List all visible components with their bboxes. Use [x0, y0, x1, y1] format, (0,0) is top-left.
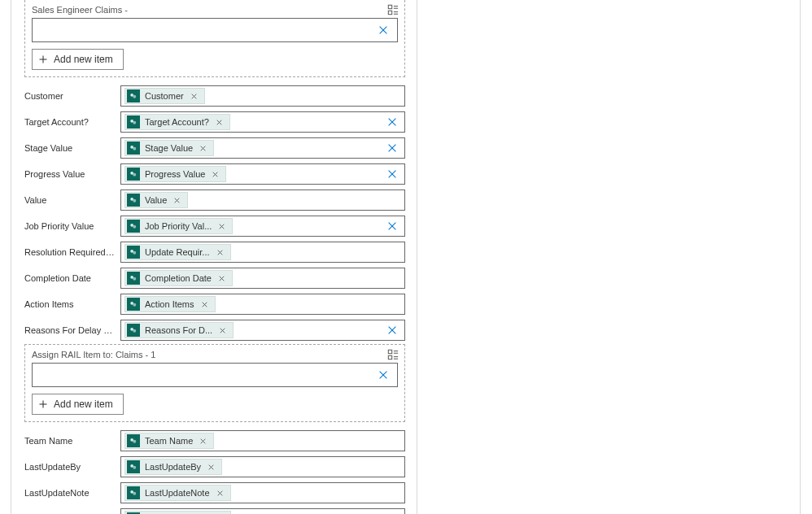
- field-input[interactable]: LastUpdateNote: [120, 482, 405, 503]
- field-row: Team NameTeam Name: [24, 430, 405, 451]
- sharepoint-icon: [127, 486, 140, 499]
- add-new-item-label: Add new item: [54, 54, 113, 65]
- dynamic-content-pill[interactable]: Job Priority Val...: [124, 218, 233, 234]
- remove-pill-icon[interactable]: [198, 145, 208, 152]
- field-input[interactable]: Reasons For D...: [120, 320, 405, 341]
- sharepoint-icon: [127, 298, 140, 311]
- pill-text: Value: [145, 195, 167, 205]
- remove-pill-icon[interactable]: [206, 464, 216, 471]
- clear-field-icon[interactable]: [385, 115, 399, 129]
- svg-rect-1: [388, 11, 391, 14]
- clear-field-icon[interactable]: [385, 323, 399, 338]
- field-input[interactable]: Job Priority Val...: [120, 216, 405, 237]
- array-item-input[interactable]: [32, 363, 398, 387]
- pill-text: LastUpdateBy: [145, 462, 201, 472]
- pill-text: Target Account?: [145, 117, 209, 127]
- clear-field-icon[interactable]: [385, 219, 399, 233]
- sharepoint-icon: [127, 272, 140, 285]
- remove-pill-icon[interactable]: [217, 327, 228, 334]
- svg-point-51: [133, 303, 136, 307]
- dynamic-content-pill[interactable]: Value: [124, 192, 188, 208]
- dynamic-content-pill[interactable]: Progress Value: [124, 166, 226, 182]
- svg-point-47: [133, 277, 136, 281]
- remove-pill-icon[interactable]: [215, 249, 225, 256]
- remove-pill-icon[interactable]: [199, 301, 210, 308]
- field-input[interactable]: Progress Value: [120, 163, 405, 185]
- pill-text: Progress Value: [145, 169, 205, 179]
- field-input[interactable]: Stage Value: [120, 137, 405, 159]
- switch-to-text-mode-icon[interactable]: [386, 348, 399, 361]
- card-right-border: [417, 0, 417, 514]
- field-input[interactable]: Target Account?: [120, 111, 405, 133]
- pill-text: Stage Value: [145, 143, 193, 153]
- pill-text: Job Priority Val...: [145, 221, 212, 231]
- remove-pill-icon[interactable]: [215, 490, 225, 497]
- field-label: LastUpdateBy: [24, 462, 120, 472]
- clear-item-icon[interactable]: [376, 368, 391, 382]
- array-item-input[interactable]: [32, 18, 398, 42]
- clear-field-icon[interactable]: [385, 141, 399, 155]
- dynamic-content-pill[interactable]: Reasons For D...: [124, 322, 234, 338]
- remove-pill-icon[interactable]: [210, 171, 220, 178]
- remove-pill-icon[interactable]: [216, 223, 227, 230]
- pill-text: LastUpdateNote: [145, 488, 210, 498]
- dynamic-content-pill[interactable]: Completion Date: [124, 270, 233, 286]
- field-input[interactable]: Update Requir...: [120, 242, 405, 263]
- remove-pill-icon[interactable]: [214, 119, 225, 126]
- clear-field-icon[interactable]: [385, 167, 399, 181]
- clear-item-icon[interactable]: [376, 23, 391, 37]
- field-row: Stage ValueStage Value: [24, 137, 405, 159]
- dynamic-content-pill[interactable]: Customer: [124, 88, 205, 104]
- dynamic-content-pill[interactable]: LastUpdateBy: [124, 459, 222, 475]
- remove-pill-icon[interactable]: [189, 93, 199, 100]
- pill-text: Customer: [145, 91, 184, 101]
- dynamic-content-pill[interactable]: LastUpdateDate: [124, 511, 231, 514]
- field-row: LastUpdateByLastUpdateBy: [24, 456, 405, 477]
- remove-pill-icon[interactable]: [216, 275, 227, 282]
- dynamic-content-pill[interactable]: Target Account?: [124, 114, 230, 130]
- field-row: Job Priority ValueJob Priority Val...: [24, 216, 405, 237]
- dynamic-content-pill[interactable]: Update Requir...: [124, 244, 231, 260]
- dynamic-content-pill[interactable]: Stage Value: [124, 140, 214, 156]
- dynamic-content-pill[interactable]: Team Name: [124, 433, 214, 449]
- field-label: LastUpdateNote: [24, 488, 120, 498]
- field-input[interactable]: LastUpdateDate: [120, 508, 405, 514]
- svg-point-55: [133, 329, 136, 333]
- field-input[interactable]: Action Items: [120, 294, 405, 315]
- sharepoint-icon: [127, 194, 140, 207]
- field-label: Team Name: [24, 436, 120, 446]
- svg-rect-60: [388, 350, 391, 353]
- pill-text: Update Requir...: [145, 247, 210, 257]
- remove-pill-icon[interactable]: [198, 438, 208, 445]
- field-row: LastUpdateNoteLastUpdateNote: [24, 482, 405, 503]
- field-input[interactable]: Team Name: [120, 430, 405, 451]
- add-new-item-button[interactable]: Add new item: [32, 49, 124, 70]
- sharepoint-icon: [127, 246, 140, 259]
- svg-point-37: [133, 225, 136, 229]
- sharepoint-icon: [127, 115, 140, 128]
- remove-pill-icon[interactable]: [172, 197, 182, 204]
- switch-to-text-mode-icon[interactable]: [386, 3, 399, 16]
- field-input[interactable]: Completion Date: [120, 268, 405, 289]
- add-new-item-button[interactable]: Add new item: [32, 394, 124, 415]
- action-card-body: Sales Engineer Claims - Add new item Cus…: [11, 0, 417, 514]
- svg-point-75: [133, 466, 136, 469]
- field-input[interactable]: Value: [120, 189, 405, 211]
- dynamic-content-pill[interactable]: Action Items: [124, 296, 216, 312]
- field-row: Resolution Required ByUpdate Requir...: [24, 242, 405, 263]
- sharepoint-icon: [127, 324, 140, 337]
- field-label: Value: [24, 195, 120, 205]
- field-row: CustomerCustomer: [24, 85, 405, 107]
- sharepoint-icon: [127, 434, 140, 447]
- sharepoint-icon: [127, 168, 140, 181]
- svg-point-11: [133, 95, 136, 98]
- sharepoint-icon: [127, 460, 140, 473]
- field-input[interactable]: LastUpdateBy: [120, 456, 405, 477]
- plus-icon: [37, 399, 49, 410]
- pill-text: Reasons For D...: [145, 325, 212, 335]
- plus-icon: [37, 54, 49, 65]
- dynamic-content-pill[interactable]: LastUpdateNote: [124, 485, 231, 501]
- svg-point-15: [133, 121, 136, 124]
- svg-point-27: [133, 173, 136, 176]
- field-input[interactable]: Customer: [120, 85, 405, 107]
